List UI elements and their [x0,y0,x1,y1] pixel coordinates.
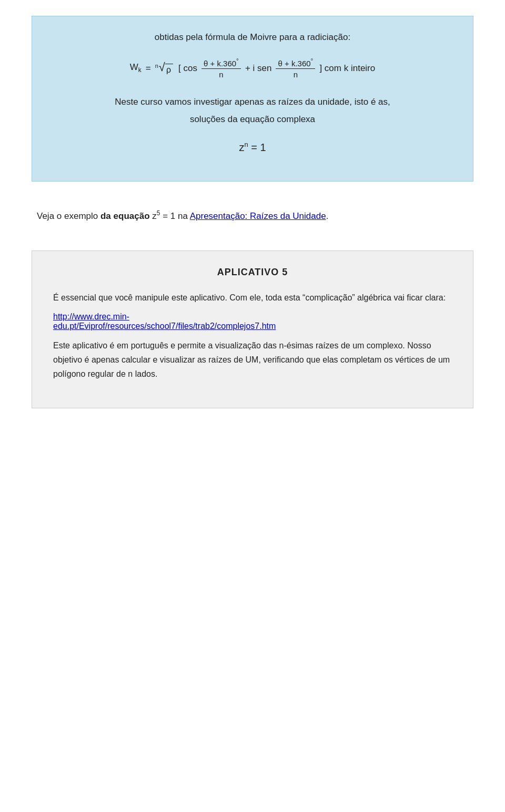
wk-label: Wk [130,62,142,74]
equals-sign: = [146,63,151,74]
aplicativo-link[interactable]: http://www.drec.min-edu.pt/Eviprof/resou… [53,312,276,330]
white-section: Veja o exemplo da equação z5 = 1 na Apre… [32,197,473,240]
sup-5: 5 [157,209,160,217]
equation-display: zn = 1 [53,139,452,156]
text-block: Neste curso vamos investigar apenas as r… [53,95,452,156]
fraction-1-num: θ + k.360° [201,57,241,69]
link-block: http://www.drec.min-edu.pt/Eviprof/resou… [53,312,452,331]
fraction-2-den: n [291,69,300,79]
plus-i-sen: + i sen [245,63,272,74]
aplicativo-para1: É essencial que você manipule este aplic… [53,290,452,305]
formula-title: obtidas pela fórmula de Moivre para a ra… [53,32,452,43]
text-line-2: soluções da equação complexa [53,112,452,126]
equation-z: z [239,142,244,153]
period: . [326,211,329,221]
text-line-1: Neste curso vamos investigar apenas as r… [53,95,452,109]
bracket-close: ] com k inteiro [319,63,375,74]
aplicativo-para2: Este aplicativo é em português e permite… [53,338,452,382]
blue-section: obtidas pela fórmula de Moivre para a ra… [32,16,473,182]
nroot-symbol: n √ ρ [155,62,173,75]
aplicativo-title: APLICATIVO 5 [53,267,452,278]
bold-da: da [100,211,111,221]
example-text-before: Veja o exemplo da equação z5 = 1 na [37,211,190,221]
wk-sub: k [138,67,142,74]
equation-sup: n [244,141,248,149]
bold-equacao: equação [114,211,150,221]
degree-1: ° [236,57,239,65]
fraction-1-den: n [217,69,225,79]
fraction-2-num: θ + k.360° [276,57,315,69]
fraction-1: θ + k.360° n [201,57,241,79]
raizes-unidade-link[interactable]: Apresentação: Raízes da Unidade [190,211,326,221]
fraction-2: θ + k.360° n [276,57,315,79]
sqrt-symbol: √ [159,62,165,73]
degree-2: ° [311,57,314,65]
gray-section: APLICATIVO 5 É essencial que você manipu… [32,250,473,408]
wk-formula: Wk = n √ ρ [ cos θ + k.360° n + i sen [53,57,452,79]
page-container: obtidas pela fórmula de Moivre para a ra… [0,0,505,812]
example-line: Veja o exemplo da equação z5 = 1 na Apre… [37,208,468,224]
bracket-open: [ cos [178,63,197,74]
equation-rest: = 1 [248,142,266,153]
